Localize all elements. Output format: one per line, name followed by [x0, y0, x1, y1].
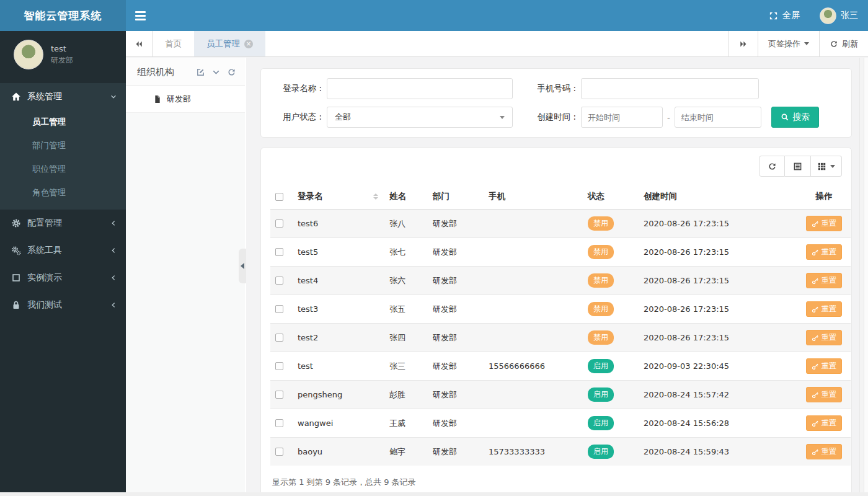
chevron-left-icon	[110, 247, 117, 254]
vertical-scrollbar[interactable]	[859, 58, 868, 492]
horizontal-scrollbar[interactable]	[0, 492, 868, 496]
sidebar-item-system-mgmt: 系统管理 员工管理 部门管理 职位管理 角色管理	[0, 83, 126, 210]
cell-dept: 研发部	[428, 324, 484, 352]
cell-created: 2020-08-26 17:23:15	[639, 210, 797, 238]
cell-login: test	[293, 352, 384, 381]
key-icon	[812, 306, 819, 313]
user-menu[interactable]: 张三	[810, 0, 868, 31]
row-checkbox[interactable]	[275, 219, 283, 228]
tab-employee-mgmt[interactable]: 员工管理 ×	[194, 31, 265, 56]
login-name-input[interactable]	[327, 78, 513, 99]
reset-password-button[interactable]: 重置	[806, 358, 842, 374]
end-time-input[interactable]	[675, 107, 761, 128]
row-checkbox[interactable]	[275, 305, 283, 313]
status-badge: 禁用	[588, 273, 614, 288]
tab-refresh-button[interactable]: 刷新	[819, 31, 868, 56]
sidebar-link-demo[interactable]: 实例演示	[0, 264, 126, 291]
key-icon	[812, 363, 819, 370]
row-checkbox[interactable]	[275, 277, 283, 285]
sidebar-toggle-button[interactable]	[126, 0, 154, 31]
app-logo[interactable]: 智能云管理系统	[0, 0, 126, 31]
double-chevron-right-icon	[739, 40, 748, 48]
tree-item-dev-dept[interactable]: 研发部	[126, 86, 245, 113]
col-header-dept: 部门	[428, 184, 484, 210]
row-checkbox[interactable]	[275, 448, 283, 456]
chevron-down-icon[interactable]	[211, 68, 221, 77]
reset-password-button[interactable]: 重置	[806, 387, 842, 402]
chevron-left-icon	[110, 301, 117, 309]
tab-home[interactable]: 首页	[153, 31, 194, 56]
cell-created: 2020-08-24 15:57:42	[639, 381, 797, 409]
status-badge: 启用	[588, 359, 614, 373]
user-status-label: 用户状态 :	[273, 112, 322, 123]
tabs-scroll-right-button[interactable]	[728, 31, 758, 56]
fullscreen-button[interactable]: 全屏	[759, 0, 810, 31]
cell-created: 2020-08-26 17:23:15	[639, 295, 797, 324]
reset-password-button[interactable]: 重置	[806, 216, 842, 231]
reset-password-button[interactable]: 重置	[806, 415, 842, 431]
reset-button-label: 重置	[822, 389, 836, 400]
sort-icon[interactable]	[373, 193, 378, 200]
submenu-system-mgmt: 员工管理 部门管理 职位管理 角色管理	[0, 110, 126, 210]
table-columns-button[interactable]	[811, 156, 842, 177]
reset-password-button[interactable]: 重置	[806, 273, 842, 288]
cell-login: pengsheng	[293, 381, 384, 409]
cell-dept: 研发部	[428, 210, 484, 238]
status-badge: 禁用	[588, 302, 614, 316]
sidebar-link-system-tools[interactable]: 系统工具	[0, 237, 126, 264]
tab-close-icon[interactable]: ×	[244, 40, 253, 48]
submenu-item-employee-mgmt[interactable]: 员工管理	[0, 110, 126, 134]
cell-phone	[484, 210, 583, 238]
sidebar-link-our-test[interactable]: 我们测试	[0, 291, 126, 319]
tabs-scroll-left-button[interactable]	[126, 31, 153, 56]
cell-phone: 15733333333	[484, 438, 583, 466]
col-header-login[interactable]: 登录名	[293, 184, 384, 210]
submenu-item-role-mgmt[interactable]: 角色管理	[0, 181, 126, 205]
row-checkbox[interactable]	[275, 334, 283, 342]
edit-icon[interactable]	[196, 68, 205, 77]
sidebar-label: 实例演示	[27, 272, 62, 283]
main-content: 登录名称 : 手机号码 : 用户状态 : 全部 创建时间 : - 搜索	[247, 58, 859, 492]
reset-password-button[interactable]: 重置	[806, 301, 842, 317]
fullscreen-label: 全屏	[782, 10, 800, 21]
cell-name: 张八	[384, 210, 428, 238]
reset-password-button[interactable]: 重置	[806, 330, 842, 345]
table-row: test 张三 研发部 15566666666 启用 2020-09-03 22…	[270, 352, 851, 381]
select-all-checkbox[interactable]	[275, 193, 283, 201]
reset-password-button[interactable]: 重置	[806, 444, 842, 459]
sidebar-label: 系统工具	[27, 245, 62, 256]
search-button[interactable]: 搜索	[771, 107, 819, 128]
sidebar-link-system-mgmt[interactable]: 系统管理	[0, 83, 126, 110]
file-icon	[153, 95, 162, 104]
refresh-icon	[830, 40, 838, 48]
sidebar-label: 系统管理	[27, 91, 62, 102]
refresh-icon[interactable]	[227, 68, 236, 77]
user-status-select[interactable]: 全部	[327, 107, 513, 128]
submenu-item-dept-mgmt[interactable]: 部门管理	[0, 134, 126, 157]
user-avatar	[820, 7, 836, 24]
app-window: 智能云管理系统 全屏 张三 test 研发部	[0, 0, 868, 496]
table-detail-view-button[interactable]	[785, 156, 811, 177]
tab-label: 首页	[165, 38, 182, 50]
tree-item-label: 研发部	[167, 94, 191, 105]
cell-name: 张六	[384, 267, 428, 295]
tab-operations-dropdown[interactable]: 页签操作	[758, 31, 819, 56]
cell-login: test5	[293, 238, 384, 267]
row-checkbox[interactable]	[275, 391, 283, 399]
panel-collapse-handle[interactable]	[239, 249, 246, 283]
chevron-left-icon	[110, 219, 117, 227]
table-row: wangwei 王威 研发部 启用 2020-08-24 15:56:28 重置	[270, 409, 851, 438]
phone-input[interactable]	[581, 78, 759, 99]
reset-password-button[interactable]: 重置	[806, 244, 842, 260]
sidebar-link-config-mgmt[interactable]: 配置管理	[0, 210, 126, 237]
table-refresh-button[interactable]	[759, 156, 785, 177]
table-header-row: 登录名 姓名 部门 手机 状态 创建时间 操作	[270, 184, 851, 210]
employee-table-body: test6 张八 研发部 禁用 2020-08-26 17:23:15 重置 t…	[270, 210, 851, 466]
row-checkbox[interactable]	[275, 362, 283, 370]
start-time-input[interactable]	[581, 107, 663, 128]
caret-down-icon	[500, 116, 505, 119]
row-checkbox[interactable]	[275, 419, 283, 427]
submenu-item-position-mgmt[interactable]: 职位管理	[0, 157, 126, 181]
row-checkbox[interactable]	[275, 248, 283, 256]
status-badge: 禁用	[588, 330, 614, 345]
